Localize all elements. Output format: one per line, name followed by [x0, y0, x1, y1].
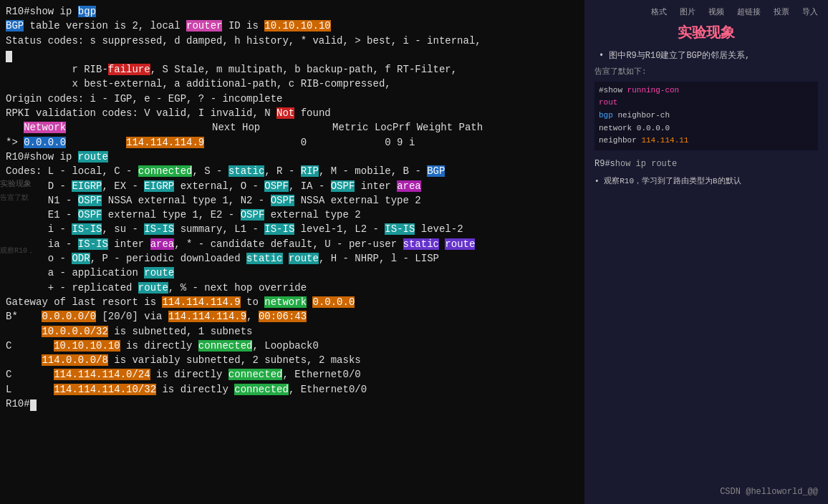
line-18: ia - IS-IS inter area, * - candidate def… — [6, 237, 822, 251]
line-7: Origin codes: i - IGP, e - EGP, ? - inco… — [6, 92, 822, 106]
csdn-watermark: CSDN @helloworld_@@ — [720, 486, 818, 498]
line-20: a - application route — [6, 266, 822, 280]
line-29: C 114.114.114.0/24 is directly connected… — [6, 367, 822, 382]
line-30: L 114.114.114.10/32 is directly connecte… — [6, 382, 822, 397]
line-27: C 10.10.10.10 is directly connected, Loo… — [6, 339, 822, 353]
line-16: E1 - OSPF external type 1, E2 - OSPF ext… — [6, 208, 822, 222]
line-1: R10#show ip bgp — [6, 4, 822, 19]
line-17: i - IS-IS, su - IS-IS summary, L1 - IS-I… — [6, 222, 822, 236]
line-31: R10# — [6, 397, 822, 411]
line-14: D - EIGRP, EX - EIGRP external, O - OSPF… — [6, 179, 822, 193]
line-4 — [6, 48, 822, 62]
line-15: N1 - OSPF NSSA external type 1, N2 - OSP… — [6, 193, 822, 208]
line-28: 114.0.0.0/8 is variably subnetted, 2 sub… — [6, 353, 822, 367]
line-26: 10.0.0.0/32 is subnetted, 1 subnets — [6, 324, 822, 339]
line-23: Gateway of last resort is 114.114.114.9 … — [6, 295, 822, 309]
line-3: Status codes: s suppressed, d damped, h … — [6, 34, 822, 48]
line-11: *> 0.0.0.0 114.114.114.9 0 0 9 i — [6, 135, 822, 150]
line-8: RPKI validation codes: V valid, I invali… — [6, 106, 822, 120]
line-19: o - ODR, P - periodic downloaded static … — [6, 251, 822, 266]
terminal: R10#show ip bgp BGP table version is 2, … — [0, 0, 828, 504]
line-13: Codes: L - local, C - connected, S - sta… — [6, 164, 822, 178]
line-25: B* 0.0.0.0/0 [20/0] via 114.114.114.9, 0… — [6, 309, 822, 324]
line-10: Network Next Hop Metric LocPrf Weight Pa… — [6, 120, 822, 135]
line-12: R10#show ip route — [6, 150, 822, 164]
line-21: + - replicated route, % - next hop overr… — [6, 281, 822, 295]
line-2: BGP table version is 2, local router ID … — [6, 19, 822, 33]
line-6: x best-external, a additional-path, c RI… — [6, 77, 822, 91]
line-5: r RIB-failure, S Stale, m multipath, b b… — [6, 62, 822, 77]
